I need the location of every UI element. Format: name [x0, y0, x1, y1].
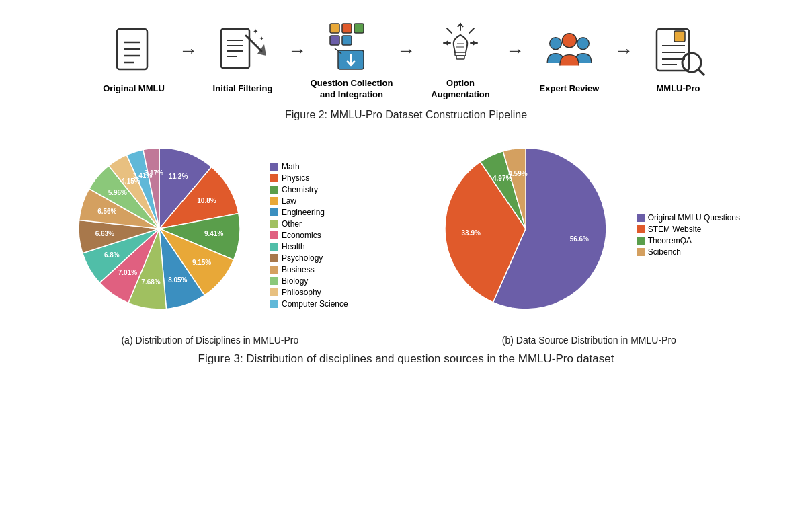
right-pie-chart: 56.6%33.9%4.97%4.59% [438, 141, 626, 329]
svg-text:33.9%: 33.9% [461, 229, 480, 237]
svg-text:5.96%: 5.96% [108, 189, 127, 196]
svg-text:6.63%: 6.63% [95, 230, 114, 237]
expert-review-icon [542, 26, 596, 79]
arrow-3: → [397, 40, 415, 61]
svg-line-43 [698, 69, 704, 75]
svg-rect-5 [221, 29, 249, 68]
legend-color-psychology [270, 254, 278, 262]
legend-label-philosophy: Philosophy [282, 288, 321, 297]
original-mmlu-icon [107, 26, 161, 79]
left-legend: Math Physics Chemistry Law [270, 162, 348, 309]
question-collection-icon [325, 20, 378, 74]
legend-label-business: Business [282, 265, 315, 274]
legend-label-economics: Economics [282, 231, 321, 240]
svg-text:6.56%: 6.56% [97, 207, 116, 214]
legend-label-health: Health [282, 242, 305, 251]
legend-original-mmlu: Original MMLU Questions [637, 213, 740, 223]
arrow-5: → [614, 40, 633, 61]
svg-point-35 [562, 34, 576, 48]
legend-label-chemistry: Chemistry [282, 185, 318, 194]
legend-health: Health [270, 242, 348, 251]
legend-color-biology [270, 277, 278, 285]
svg-rect-37 [674, 31, 685, 42]
legend-color-business [270, 266, 278, 274]
mmlu-pro-icon [651, 26, 705, 79]
legend-law: Law [270, 196, 348, 206]
legend-scibench: Scibench [637, 247, 740, 257]
svg-text:✦: ✦ [259, 36, 264, 42]
svg-rect-18 [342, 36, 352, 45]
legend-color-chemistry [270, 186, 278, 194]
figure3-caption: Figure 3: Distribution of disciplines an… [27, 352, 785, 366]
legend-other: Other [270, 219, 348, 229]
svg-text:7.68%: 7.68% [141, 278, 160, 286]
legend-label-law: Law [282, 196, 296, 206]
svg-line-24 [447, 28, 452, 33]
legend-philosophy: Philosophy [270, 288, 348, 297]
pipeline-step-initial-filtering: ✦ ✦ Initial Filtering [199, 26, 286, 95]
legend-color-physics [270, 174, 278, 182]
expert-review-label: Expert Review [540, 83, 600, 95]
pipeline-step-mmlu-pro: MMLU-Pro [635, 26, 722, 95]
original-mmlu-label: Original MMLU [103, 83, 165, 95]
legend-business: Business [270, 265, 348, 274]
figure2-caption: Figure 2: MMLU-Pro Dataset Construction … [285, 109, 527, 121]
legend-color-stem-website [637, 225, 645, 233]
legend-color-health [270, 243, 278, 251]
legend-math: Math [270, 162, 348, 171]
svg-text:56.6%: 56.6% [569, 235, 588, 243]
legend-biology: Biology [270, 276, 348, 286]
legend-computer-science: Computer Science [270, 299, 348, 309]
charts-row: 11.2%10.8%9.41%9.15%8.05%7.68%7.01%6.8%6… [27, 141, 785, 346]
legend-label-math: Math [282, 162, 300, 171]
legend-engineering: Engineering [270, 208, 348, 217]
legend-chemistry: Chemistry [270, 185, 348, 194]
mmlu-pro-label: MMLU-Pro [657, 83, 700, 95]
legend-label-scibench: Scibench [648, 247, 681, 257]
left-pie-chart: 11.2%10.8%9.41%9.15%8.05%7.68%7.01%6.8%6… [72, 141, 260, 329]
legend-color-other [270, 220, 278, 228]
svg-rect-17 [330, 36, 339, 45]
left-chart-container: 11.2%10.8%9.41%9.15%8.05%7.68%7.01%6.8%6… [72, 141, 348, 346]
initial-filtering-icon: ✦ ✦ [216, 26, 270, 79]
legend-theoremqa: TheoremQA [637, 236, 740, 245]
pipeline-row: Original MMLU → [90, 20, 722, 101]
svg-text:10.8%: 10.8% [197, 196, 216, 204]
svg-text:3.17%: 3.17% [145, 169, 163, 177]
question-collection-label: Question Collectionand Integration [311, 78, 393, 101]
option-augmentation-icon [434, 20, 487, 74]
right-chart-container: 56.6%33.9%4.97%4.59% Original MMLU Quest… [438, 141, 740, 346]
legend-label-stem-website: STEM Website [648, 225, 702, 234]
arrow-1: → [179, 40, 198, 61]
legend-stem-website: STEM Website [637, 225, 740, 234]
pipeline-section: Original MMLU → [27, 20, 785, 134]
legend-label-other: Other [282, 219, 302, 229]
legend-color-law [270, 197, 278, 205]
legend-label-engineering: Engineering [282, 208, 325, 217]
legend-color-computer-science [270, 300, 278, 308]
pipeline-step-option-augmentation: OptionAugmentation [417, 20, 504, 101]
right-chart-inner: 56.6%33.9%4.97%4.59% Original MMLU Quest… [438, 141, 740, 329]
right-chart-caption: (b) Data Source Distribution in MMLU-Pro [502, 335, 676, 346]
legend-color-engineering [270, 208, 278, 216]
svg-text:6.8%: 6.8% [104, 251, 120, 259]
svg-marker-11 [257, 44, 266, 56]
svg-text:11.2%: 11.2% [169, 173, 188, 180]
legend-color-theoremqa [637, 237, 645, 245]
svg-text:✦: ✦ [253, 28, 258, 35]
right-legend: Original MMLU Questions STEM Website The… [637, 213, 740, 257]
svg-point-33 [550, 38, 562, 50]
legend-label-biology: Biology [282, 276, 308, 286]
svg-point-34 [577, 38, 590, 50]
svg-text:9.15%: 9.15% [192, 259, 211, 266]
svg-rect-28 [456, 56, 464, 59]
pipeline-step-expert-review: Expert Review [526, 26, 613, 95]
initial-filtering-label: Initial Filtering [213, 83, 273, 95]
legend-label-physics: Physics [282, 173, 309, 183]
svg-rect-15 [342, 24, 352, 33]
svg-line-23 [469, 28, 474, 33]
legend-label-theoremqa: TheoremQA [648, 236, 692, 245]
legend-psychology: Psychology [270, 253, 348, 263]
svg-text:9.41%: 9.41% [204, 230, 223, 237]
pipeline-step-question-collection: Question Collectionand Integration [308, 20, 395, 101]
